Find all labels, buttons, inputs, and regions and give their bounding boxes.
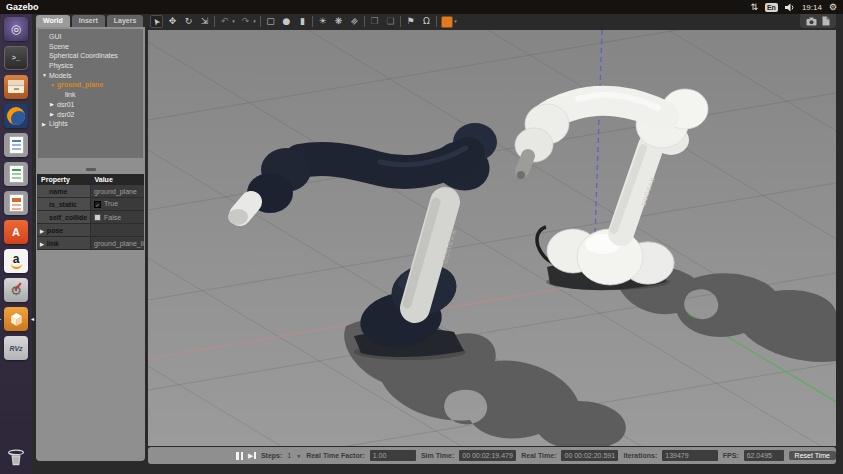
tree-item-models[interactable]: ▼Models [38,71,143,81]
volume-icon[interactable] [785,3,795,12]
property-label: pose [47,227,63,234]
redo-button-glyph: ↷ [242,15,250,28]
pause-button[interactable] [236,452,243,460]
iterations-value: 139479 [662,450,717,461]
log-record-icon[interactable] [822,16,830,26]
session-gear-icon[interactable]: ⚙ [829,2,837,12]
scale-tool-icon[interactable]: ⇲ [198,15,211,28]
spot-light-tool-icon[interactable]: ❋ [332,15,345,28]
point-light-tool-icon[interactable]: ☀ [316,15,329,28]
rotate-tool-icon[interactable]: ↻ [182,15,195,28]
toolbar-separator [214,16,215,27]
panel-splitter-handle[interactable] [86,168,96,171]
launcher-settings-icon[interactable]: ⚙ [4,278,28,302]
point-light-tool-glyph: ☀ [318,15,326,28]
tree-item-label: dsr01 [57,101,75,108]
tree-item-lights[interactable]: ▶Lights [38,119,143,129]
tree-item-dsr02[interactable]: ▶dsr02 [38,110,143,120]
cylinder-tool-icon[interactable]: ▮ [296,15,309,28]
undo-button-glyph: ↶ [221,15,229,28]
tree-item-link[interactable]: link [38,90,143,100]
3d-scene[interactable]: DOOSAN D [148,30,836,446]
world-tree: GUISceneSpherical CoordinatesPhysics▼Mod… [38,29,143,158]
steps-value[interactable]: 1 [287,452,291,459]
launcher-amazon-icon[interactable]: a [4,249,28,273]
world-panel: GUISceneSpherical CoordinatesPhysics▼Mod… [36,27,145,461]
launcher-gazebo-icon[interactable] [4,307,28,331]
keyboard-layout-indicator[interactable]: En [765,3,778,12]
tree-expander-right-icon[interactable]: ▶ [42,120,49,130]
render-viewport[interactable]: DOOSAN D [148,30,836,446]
tab-world[interactable]: World [36,15,70,27]
steps-label: Steps: [261,452,282,459]
property-expander-icon[interactable]: ▶ [40,228,44,234]
tree-item-label: Scene [49,43,69,50]
steps-dropdown-caret[interactable]: ▼ [296,453,301,459]
box-tool-icon[interactable]: ▢ [264,15,277,28]
step-button[interactable]: ▶ [248,452,256,460]
property-row-name[interactable]: nameground_plane [37,185,144,198]
system-tray: ⇅ En 19:14 ⚙ [750,2,837,12]
tree-item-spherical-coordinates[interactable]: Spherical Coordinates [38,51,143,61]
launcher-writer-icon[interactable] [4,133,28,157]
tree-item-ground_plane[interactable]: ▼ground_plane [38,80,143,90]
directional-light-tool-icon[interactable]: ≡ [348,15,361,28]
redo-button-icon[interactable]: ↷ [239,15,252,28]
launcher-calc-icon[interactable] [4,162,28,186]
select-tool-icon[interactable]: ➤ [150,15,163,28]
simulation-status-bar: ▶ Steps: 1 ▼ Real Time Factor: 1.00 Sim … [148,447,836,464]
launcher-files-icon[interactable] [4,75,28,99]
tree-item-gui[interactable]: GUI [38,32,143,42]
property-row-link[interactable]: ▶linkground_plane_link [37,237,144,250]
redo-caret[interactable]: ▾ [252,15,257,28]
checkbox-self_collide-unchecked[interactable] [94,214,101,221]
property-label: self_collide [49,214,87,221]
launcher-dash-icon[interactable]: ◎ [4,17,28,41]
viewport-corner-tools [800,14,836,28]
sphere-tool-icon[interactable]: ● [280,15,293,28]
translate-tool-icon[interactable]: ✥ [166,15,179,28]
gazebo-toolbar: ➤✥↻⇲↶▾↷▾▢●▮☀❋≡❐❏⚑Ω▾ [150,14,458,29]
checkbox-is_static-checked[interactable]: ✓ [94,201,101,208]
property-expander-icon[interactable]: ▶ [40,241,44,247]
screenshot-icon[interactable] [806,17,817,26]
tree-expander-down-icon[interactable]: ▼ [42,71,49,81]
tree-item-scene[interactable]: Scene [38,42,143,52]
property-row-self_collide[interactable]: self_collideFalse [37,211,144,224]
property-label: link [47,240,59,247]
joint-caret[interactable]: ▾ [453,15,458,28]
reset-time-button[interactable]: Reset Time [789,451,836,460]
toolbar-separator [312,16,313,27]
tree-item-label: Lights [49,120,68,127]
tab-layers[interactable]: Layers [107,15,144,27]
property-row-is_static[interactable]: is_static✓True [37,198,144,211]
launcher-trash-icon[interactable] [4,446,28,470]
launcher-firefox-icon[interactable] [4,104,28,128]
tree-item-physics[interactable]: Physics [38,61,143,71]
tree-item-dsr01[interactable]: ▶dsr01 [38,100,143,110]
property-row-pose[interactable]: ▶pose [37,224,144,237]
property-value: ground_plane_link [94,240,144,247]
panel-tabs: WorldInsertLayers [36,15,143,27]
align-tool-glyph: ⚑ [406,15,414,28]
tree-item-label: ground_plane [57,81,103,88]
clock[interactable]: 19:14 [802,3,822,12]
copy-button-icon[interactable]: ❐ [368,15,381,28]
launcher-rviz-icon[interactable]: RVz [4,336,28,360]
tab-insert[interactable]: Insert [72,15,105,27]
tree-expander-down-icon[interactable]: ▼ [50,81,57,91]
undo-button-icon[interactable]: ↶ [218,15,231,28]
tree-item-label: Physics [49,62,73,69]
property-value: ground_plane [94,188,137,195]
undo-caret[interactable]: ▾ [231,15,236,28]
tree-expander-right-icon[interactable]: ▶ [50,100,57,110]
launcher-terminal-icon[interactable]: >_ [4,46,28,70]
snap-tool-icon[interactable]: Ω [420,15,433,28]
paste-button-icon[interactable]: ❏ [384,15,397,28]
network-indicator-icon[interactable]: ⇅ [750,2,758,12]
property-value: False [104,214,121,221]
joint-tool-icon[interactable] [440,15,453,28]
launcher-software-icon[interactable]: A [4,220,28,244]
align-tool-icon[interactable]: ⚑ [404,15,417,28]
launcher-impress-icon[interactable] [4,191,28,215]
